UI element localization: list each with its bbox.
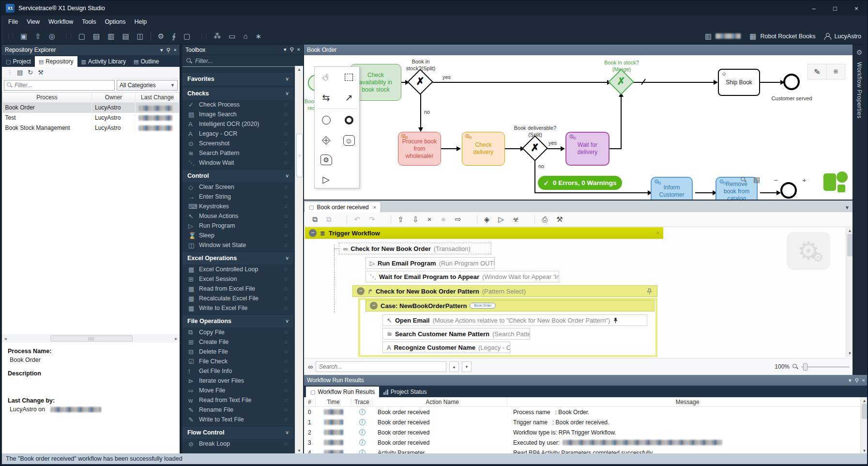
toolbar-button[interactable]: ⌂ xyxy=(239,31,251,42)
process-table-row[interactable]: Test LucyAstro xyxy=(2,113,180,123)
favorite-star-icon[interactable]: ☆ xyxy=(283,276,289,282)
server-icon[interactable]: ▥ xyxy=(705,32,712,41)
favorite-star-icon[interactable]: ☆ xyxy=(283,232,289,239)
configure-icon[interactable]: ⚒ xyxy=(38,69,44,76)
toolbox-entry[interactable]: ! Get File Info ☆ xyxy=(183,366,293,376)
menu-item[interactable]: Workflow xyxy=(44,16,77,27)
collapse-icon[interactable]: − xyxy=(370,302,378,310)
toolbox-entry[interactable]: ⊘ Break Loop ☆ xyxy=(183,439,293,449)
dock-menu-icon[interactable]: ▾ xyxy=(160,47,163,53)
scroll-up-icon[interactable]: ▲ xyxy=(861,399,868,403)
toolbar-button[interactable]: ⁂ xyxy=(210,31,225,42)
toolbar-button[interactable]: ▭ xyxy=(225,31,239,42)
refresh-icon[interactable]: ↻ xyxy=(28,69,33,76)
toolbox-entry[interactable]: ◇ Clear Screen ☆ xyxy=(183,182,293,192)
results-row[interactable]: 3 i Book order received Executed by user… xyxy=(304,437,868,448)
task-check-delivery[interactable]: ⚙ Check delivery xyxy=(462,132,505,166)
chevron-down-icon[interactable]: ˅ xyxy=(286,91,289,96)
repository-tab[interactable]: ▢ Project xyxy=(2,56,35,67)
workflow-step[interactable]: ⋱ Wait for Email Program to Appear (Wind… xyxy=(365,271,559,282)
info-icon[interactable]: i xyxy=(359,419,365,425)
workflow-step[interactable]: − ↱ Check for New Book Order Pattern (Pa… xyxy=(352,285,657,297)
project-icon[interactable]: ▦ xyxy=(745,32,756,41)
toolbox-entry[interactable]: ⊟ Delete File ☆ xyxy=(183,347,293,357)
collapse-icon[interactable]: − xyxy=(309,229,317,237)
zoom-in-icon[interactable]: + xyxy=(802,176,807,184)
workflow-properties-strip[interactable]: ⚙ Workflow Properties xyxy=(853,45,866,375)
editor-toolbar-button[interactable]: ↷ xyxy=(365,214,380,225)
favorite-star-icon[interactable]: ☆ xyxy=(283,406,289,413)
toolbar-button[interactable]: ∗ xyxy=(252,31,266,42)
window-control-button[interactable]: □ xyxy=(824,1,846,16)
editor-toolbar-button[interactable]: ⚒ xyxy=(552,214,567,225)
dock-menu-icon[interactable]: ▾ xyxy=(849,377,852,384)
favorite-star-icon[interactable]: ☆ xyxy=(283,266,289,273)
info-icon[interactable]: i xyxy=(359,439,365,446)
favorite-star-icon[interactable]: ☆ xyxy=(283,285,289,292)
toolbox-entry[interactable]: ≋ Search Pattern ☆ xyxy=(183,148,293,158)
column-header-trace[interactable]: Trace xyxy=(351,397,373,406)
toolbox-entry[interactable]: ⌛ Sleep ☆ xyxy=(183,231,293,240)
zoom-slider-knob[interactable] xyxy=(803,363,807,371)
zoom-slider[interactable] xyxy=(801,366,850,368)
pin-filled-icon[interactable] xyxy=(613,317,618,324)
toolbox-entry[interactable]: Favorites ˅ xyxy=(183,72,293,85)
favorite-star-icon[interactable]: ☆ xyxy=(283,159,289,166)
menu-item[interactable]: Tools xyxy=(77,16,100,27)
user-task-tool-icon[interactable]: ☺ xyxy=(343,135,355,146)
service-task-tool-icon[interactable]: ⚙ xyxy=(320,155,332,165)
task-inform-customer[interactable]: ⚙ Inform Customer xyxy=(651,177,693,200)
search-previous-icon[interactable]: ▲ xyxy=(449,361,459,372)
toolbox-entry[interactable]: ☑ File Check ☆ xyxy=(183,357,293,366)
menu-item[interactable]: View xyxy=(22,16,44,27)
editor-toolbar-button[interactable]: ⧉ xyxy=(308,214,322,225)
editor-toolbar-button[interactable]: ⧉ xyxy=(322,214,336,225)
tab-list-dropdown-icon[interactable]: ▼ xyxy=(841,205,853,212)
editor-toolbar-button[interactable]: × xyxy=(423,214,436,224)
toolbox-entry[interactable]: ✎ Write to Text File ☆ xyxy=(183,415,293,424)
search-next-icon[interactable]: ▼ xyxy=(462,361,472,372)
zoom-search-icon[interactable] xyxy=(741,177,746,183)
toolbar-grip[interactable]: ⋮⋮ xyxy=(64,33,73,39)
column-header-process[interactable]: Process xyxy=(2,93,92,103)
favorite-star-icon[interactable]: ☆ xyxy=(283,397,289,404)
workflow-step[interactable]: ↖ Open Email (Mouse Actions relative to … xyxy=(382,314,647,326)
toolbox-entry[interactable]: → Enter String ☆ xyxy=(183,192,293,202)
toolbar-button[interactable]: ∮ xyxy=(168,31,180,42)
task-ship-book[interactable]: ☺ Ship Book xyxy=(718,69,760,96)
toolbox-entry[interactable]: A Intelligent OCR (2020) ☆ xyxy=(183,119,293,129)
toolbox-entry[interactable]: ▦ Write to Excel File ☆ xyxy=(183,303,293,313)
toolbar-button[interactable]: ◫ xyxy=(133,31,148,42)
favorite-star-icon[interactable]: ☆ xyxy=(283,348,289,355)
toolbar-button[interactable]: ⚙ xyxy=(154,31,168,42)
editor-toolbar-button[interactable] xyxy=(466,218,474,220)
close-tab-icon[interactable]: × xyxy=(373,204,376,210)
pin-panel-icon[interactable]: ⚲ xyxy=(290,47,294,53)
close-panel-icon[interactable]: × xyxy=(297,47,300,53)
results-row[interactable]: 0 i Book order received Process name : B… xyxy=(304,407,868,417)
process-table-row[interactable]: Book Order LucyAstro xyxy=(2,103,180,113)
favorite-star-icon[interactable]: ☆ xyxy=(283,295,289,302)
toolbox-entry[interactable]: ▦ Recalculate Excel File ☆ xyxy=(183,294,293,303)
results-row[interactable]: 2 i Book order received Workflow type is… xyxy=(304,427,868,437)
favorite-star-icon[interactable]: ☆ xyxy=(283,440,289,447)
repository-filter-input[interactable] xyxy=(15,82,112,89)
repository-tab[interactable]: ▥ Activity Library xyxy=(77,56,130,67)
window-control-button[interactable]: × xyxy=(846,1,867,16)
toolbox-entry[interactable]: ▦ Excel Controlled Loop ☆ xyxy=(183,264,293,274)
pin-panel-icon[interactable]: ⚲ xyxy=(167,47,170,53)
toolbox-entry[interactable]: Flow Control ˅ xyxy=(183,426,293,439)
task-procure-book[interactable]: ⚙ Procure book from wholesaler xyxy=(398,132,441,166)
editor-toolbar-button[interactable]: ▷ xyxy=(494,214,508,225)
toolbox-entry[interactable]: ⧉ Copy File ☆ xyxy=(183,327,293,337)
editor-toolbar-button[interactable]: ⇨ xyxy=(451,214,466,225)
toolbox-entry[interactable]: Checks ˅ xyxy=(183,87,293,100)
repository-tab[interactable]: ▤ Outline xyxy=(130,56,163,67)
scroll-left-icon[interactable]: ◂ xyxy=(4,336,7,341)
favorite-star-icon[interactable]: ☆ xyxy=(283,416,289,423)
scrollbar-thumb[interactable]: ≡ xyxy=(296,134,303,177)
chevron-down-icon[interactable]: ˅ xyxy=(286,430,289,435)
toolbox-entry[interactable]: ⊳ Iterate over Files ☆ xyxy=(183,376,293,386)
pin-outline-icon[interactable] xyxy=(647,288,652,295)
toolbar-button[interactable]: ◎ xyxy=(45,31,59,42)
